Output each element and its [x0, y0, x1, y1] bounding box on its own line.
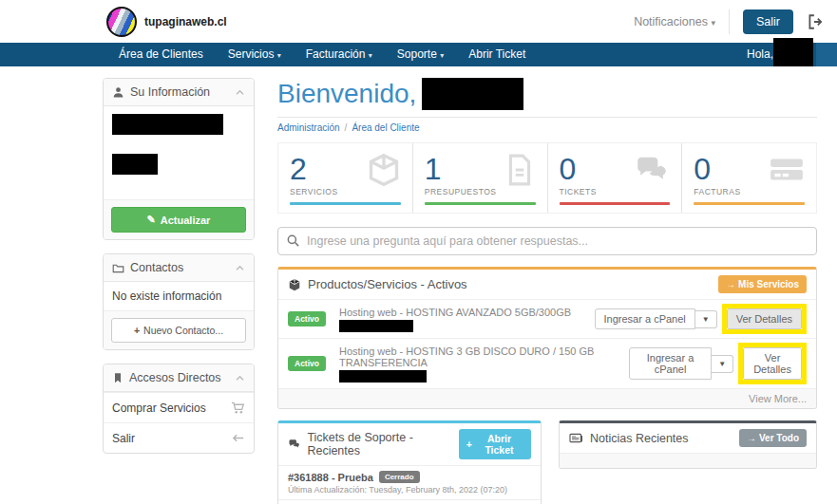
stat-facturas[interactable]: 0 FACTURAS [681, 143, 816, 213]
panel-contactos-header[interactable]: Contactos [104, 254, 254, 282]
nav-item-servicios[interactable]: Servicios ▾ [216, 43, 294, 67]
panel-su-informacion-header[interactable]: Su Información [104, 79, 254, 106]
chevron-up-icon[interactable] [235, 373, 245, 383]
nuevo-contacto-label: Nuevo Contacto... [143, 325, 223, 336]
stat-label: SERVICIOS [290, 187, 401, 196]
chevron-down-icon: ▾ [369, 51, 372, 60]
breadcrumb-separator: / [345, 122, 348, 133]
sidebar-item-comprar-servicios[interactable]: Comprar Servicios [104, 392, 254, 422]
logout-icon[interactable] [807, 13, 824, 30]
main-content: Bienvenido, Administración / Área del Cl… [277, 78, 817, 504]
credit-card-icon [769, 153, 805, 185]
notifications-dropdown[interactable]: Notificaciones ▾ [634, 15, 715, 28]
panel-tickets-header: Tickets de Soporte - Recientes + Abrir T… [278, 423, 541, 465]
stat-underline [694, 202, 805, 205]
chevron-up-icon[interactable] [235, 87, 245, 98]
user-info-footer: ✎ Actualizar [104, 199, 254, 239]
user-menu-toggle[interactable] [816, 43, 837, 66]
redacted-user-name [112, 114, 223, 135]
user-icon [112, 86, 124, 99]
contacts-footer: + Nuevo Contacto... [104, 310, 254, 349]
welcome-text: Bienvenido, [277, 79, 416, 109]
sidebar-item-salir[interactable]: Salir [104, 422, 254, 453]
cpanel-dropdown-toggle[interactable]: ▼ [712, 355, 733, 373]
cpanel-dropdown-toggle[interactable]: ▼ [695, 310, 717, 328]
chevron-down-icon: ▾ [440, 51, 444, 60]
comments-icon [288, 438, 300, 451]
nav-item-abrir-ticket[interactable]: Abrir Ticket [456, 43, 538, 66]
panel-title: Su Información [130, 85, 210, 99]
cube-icon [367, 153, 401, 187]
chevron-up-icon[interactable] [235, 263, 245, 273]
service-name-link[interactable]: Hosting web - HOSTING 3 GB DISCO DURO / … [339, 345, 629, 368]
page-title: Bienvenido, [277, 78, 817, 110]
panel-accesos-directos-header[interactable]: Accesos Directos [104, 364, 254, 392]
search-input[interactable] [277, 227, 817, 255]
ver-detalles-button[interactable]: Ver Detalles [727, 308, 802, 329]
divider [729, 9, 730, 34]
status-badge: Activo [288, 311, 326, 327]
logout-button[interactable]: Salir [743, 9, 793, 34]
nav-label: Facturación [306, 47, 366, 61]
nav-item-facturacion[interactable]: Facturación ▾ [294, 43, 385, 67]
status-badge: Activo [288, 356, 326, 371]
bookmark-icon [112, 372, 124, 383]
ingresar-cpanel-button[interactable]: Ingresar a cPanel [595, 308, 695, 329]
chevron-down-icon: ▾ [711, 18, 715, 28]
annotation-highlight: Ver Detalles [722, 304, 807, 334]
notifications-label: Notificaciones [634, 15, 708, 28]
search-icon [286, 233, 300, 248]
service-row: Activo Hosting web - HOSTING 3 GB DISCO … [278, 338, 816, 388]
top-header: tupaginaweb.cl Notificaciones ▾ Salir [0, 0, 837, 43]
mis-servicios-label: Mis Servicios [738, 279, 799, 289]
main-navbar: Área de Clientes Servicios ▾ Facturación… [0, 43, 837, 66]
user-info-body [104, 106, 254, 199]
panel-accesos-directos: Accesos Directos Comprar Servicios Salir [103, 364, 255, 454]
panel-title: Contactos [130, 261, 183, 274]
service-name-link[interactable]: Hosting web - HOSTING AVANZADO 5GB/300GB [339, 307, 571, 318]
nav-label: Abrir Ticket [468, 47, 525, 61]
ver-todo-button[interactable]: → Ver Todo [739, 429, 807, 447]
arrow-left-icon [231, 431, 245, 445]
stat-presupuestos[interactable]: 1 PRESUPUESTOS [412, 143, 547, 213]
cart-icon [231, 401, 245, 415]
ingresar-cpanel-button[interactable]: Ingresar a cPanel [629, 347, 712, 380]
sidebar: Su Información ✎ Actualizar Contactos [103, 78, 255, 504]
nuevo-contacto-button[interactable]: + Nuevo Contacto... [111, 318, 246, 343]
panel-su-informacion: Su Información ✎ Actualizar [103, 78, 255, 240]
newspaper-icon [569, 432, 583, 444]
redacted-domain [339, 320, 413, 332]
brand-logo-icon [106, 7, 137, 37]
panel-title: Productos/Servicios - Activos [308, 277, 467, 291]
panel-tickets-soporte: Tickets de Soporte - Recientes + Abrir T… [277, 420, 542, 504]
service-row: Activo Hosting web - HOSTING AVANZADO 5G… [278, 299, 816, 338]
panel-title: Tickets de Soporte - Recientes [307, 431, 451, 457]
stat-servicios[interactable]: 2 SERVICIOS [278, 143, 412, 213]
plus-icon: + [134, 325, 140, 336]
shortcut-label: Salir [112, 432, 135, 445]
redacted-domain [339, 370, 427, 383]
breadcrumb-area-del-cliente[interactable]: Área del Cliente [352, 122, 419, 133]
breadcrumb-administracion[interactable]: Administración [277, 122, 340, 133]
nav-item-soporte[interactable]: Soporte ▾ [385, 43, 456, 67]
annotation-highlight: Ver Detalles [738, 343, 807, 384]
folder-icon [112, 262, 124, 274]
abrir-ticket-button[interactable]: + Abrir Ticket [459, 429, 531, 459]
actualizar-button[interactable]: ✎ Actualizar [111, 207, 246, 233]
brand[interactable]: tupaginaweb.cl [106, 7, 227, 37]
cube-icon [288, 278, 301, 291]
view-more-link[interactable]: View More... [278, 388, 816, 408]
shortcut-label: Comprar Servicios [112, 401, 206, 415]
user-greeting: Hola, [747, 43, 773, 66]
panel-contactos: Contactos No existe información + Nuevo … [103, 253, 255, 350]
mis-servicios-button[interactable]: → Mis Servicios [718, 275, 807, 293]
nav-item-area-de-clientes[interactable]: Área de Clientes [106, 43, 216, 66]
stat-underline [290, 202, 401, 205]
arrow-right-icon: → [726, 279, 735, 289]
news-empty-body [560, 453, 816, 468]
ticket-row[interactable]: #237818 - Prueba asunto Cerrado Última A… [278, 499, 541, 504]
ver-detalles-button[interactable]: Ver Detalles [743, 347, 802, 380]
abrir-ticket-label: Abrir Ticket [475, 433, 523, 456]
ticket-row[interactable]: #361888 - Prueba Cerrado Última Actualiz… [278, 465, 541, 499]
stat-tickets[interactable]: 0 TICKETS [547, 143, 682, 213]
